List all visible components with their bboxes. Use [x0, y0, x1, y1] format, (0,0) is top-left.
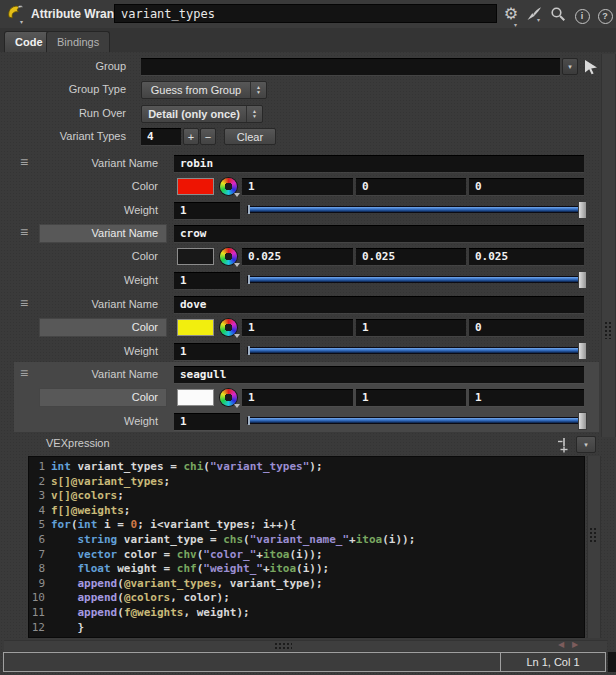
- code-token: chf: [177, 562, 197, 577]
- color-component-field[interactable]: 0.025: [242, 248, 353, 265]
- color-component-field[interactable]: 0: [469, 319, 584, 336]
- weight-slider[interactable]: [247, 417, 586, 424]
- line-number: 1: [29, 460, 45, 475]
- weight-field[interactable]: 1: [174, 343, 240, 360]
- node-name-input[interactable]: variant_types: [114, 4, 497, 23]
- color-component-field[interactable]: 1: [469, 389, 584, 406]
- info-icon[interactable]: i: [573, 5, 591, 23]
- code-line: 6 string variant_type = chs("variant_nam…: [29, 533, 584, 548]
- brush-menu-arrow-icon: ▾: [537, 16, 540, 23]
- remove-variant-button[interactable]: −: [200, 128, 216, 145]
- code-token: [51, 548, 78, 563]
- color-component-field[interactable]: 1: [356, 389, 466, 406]
- tab-bindings[interactable]: Bindings: [46, 31, 110, 52]
- drag-handle-icon[interactable]: ≡: [20, 154, 28, 171]
- grip-icon[interactable]: [604, 321, 613, 339]
- weight-slider[interactable]: [247, 206, 586, 213]
- clear-variants-button[interactable]: Clear: [224, 128, 276, 145]
- color-swatch[interactable]: [177, 389, 214, 406]
- drag-handle-icon[interactable]: ≡: [20, 295, 28, 312]
- drag-handle-icon[interactable]: ≡: [20, 365, 28, 382]
- run-over-dropdown[interactable]: Detail (only once) ▲▼: [141, 105, 263, 123]
- add-variant-button[interactable]: +: [183, 128, 199, 145]
- slider-handle[interactable]: [578, 412, 587, 430]
- grip-icon[interactable]: [274, 642, 292, 650]
- weight-slider[interactable]: [247, 276, 586, 283]
- slider-handle[interactable]: [578, 342, 587, 360]
- scroll-left-icon[interactable]: ◀: [558, 640, 564, 650]
- variant-types-count-field[interactable]: 4: [141, 128, 181, 145]
- group-input[interactable]: [141, 58, 560, 75]
- weight-field[interactable]: 1: [174, 413, 240, 430]
- expand-editor-icon[interactable]: [556, 437, 572, 453]
- color-component-field[interactable]: 1: [242, 319, 353, 336]
- color-component-field[interactable]: 1: [356, 319, 466, 336]
- help-icon[interactable]: ?: [596, 5, 614, 23]
- parameters-vertical-scrollbar[interactable]: [601, 54, 616, 437]
- code-line: 2s[]@variant_types;: [29, 475, 584, 490]
- run-over-label: Run Over: [0, 105, 134, 122]
- grip-icon[interactable]: [589, 527, 598, 543]
- code-token: [51, 591, 78, 606]
- color-component-field[interactable]: 0: [469, 178, 584, 195]
- color-swatch[interactable]: [177, 178, 214, 195]
- node-menu-arrow-icon[interactable]: ▾: [20, 18, 23, 25]
- code-vertical-scrollbar[interactable]: [587, 456, 601, 638]
- code-token: weight =: [111, 562, 177, 577]
- code-token: f@weights: [124, 606, 184, 621]
- drag-handle-icon[interactable]: ≡: [20, 224, 28, 241]
- code-token: append: [78, 606, 118, 621]
- color-component-field[interactable]: 1: [242, 178, 353, 195]
- variant-name-field[interactable]: robin: [174, 155, 584, 172]
- slider-handle[interactable]: [578, 271, 587, 289]
- slider-handle[interactable]: [578, 201, 587, 219]
- color-component-field[interactable]: 1: [242, 389, 353, 406]
- code-token: vector: [78, 548, 118, 563]
- variant-name-field[interactable]: seagull: [174, 366, 584, 383]
- code-token: , variant_type);: [217, 577, 323, 592]
- horizontal-scrollbar[interactable]: [4, 640, 607, 651]
- color-component-field[interactable]: 0.025: [469, 248, 584, 265]
- vexpression-menu-button[interactable]: ▾: [576, 436, 596, 453]
- code-token: variant_types =: [71, 460, 184, 475]
- code-token: , color);: [170, 591, 230, 606]
- color-component-field[interactable]: 0: [356, 178, 466, 195]
- code-token: ;: [164, 475, 171, 490]
- variant-types-label: Variant Types: [0, 128, 134, 145]
- color-wheel-icon[interactable]: [220, 319, 237, 336]
- vex-code-editor[interactable]: 1int variant_types = chi("variant_types"…: [28, 456, 585, 638]
- run-over-value: Detail (only once): [142, 106, 246, 122]
- reselect-pointer-icon[interactable]: [583, 59, 599, 75]
- weight-field[interactable]: 1: [174, 272, 240, 289]
- color-wheel-icon[interactable]: [220, 178, 237, 195]
- variant-name-label: Variant Name: [40, 155, 166, 172]
- code-token: (: [117, 591, 124, 606]
- weight-label: Weight: [40, 272, 166, 289]
- weight-slider[interactable]: [247, 347, 586, 354]
- variant-name-field[interactable]: dove: [174, 296, 584, 313]
- group-type-dropdown[interactable]: Guess from Group ▲▼: [141, 81, 267, 99]
- weight-field[interactable]: 1: [174, 202, 240, 219]
- variant-name-field[interactable]: crow: [174, 225, 584, 242]
- variant-name-label: Variant Name: [40, 296, 166, 313]
- color-wheel-icon[interactable]: [220, 248, 237, 265]
- code-token: itoa: [270, 562, 297, 577]
- search-icon[interactable]: [549, 5, 567, 23]
- code-token: (i));: [289, 548, 322, 563]
- color-swatch[interactable]: [177, 248, 214, 265]
- brush-icon[interactable]: ▾: [525, 5, 543, 23]
- group-menu-button[interactable]: ▾: [562, 58, 578, 75]
- color-wheel-icon[interactable]: [220, 389, 237, 406]
- color-label: Color: [40, 319, 166, 336]
- variant-block-robin: ≡Variant NamerobinColor100Weight1: [0, 152, 616, 222]
- scroll-right-icon[interactable]: ▶: [572, 640, 578, 650]
- code-token: +: [349, 533, 356, 548]
- code-line: 5for(int i = 0; i<variant_types; i++){: [29, 518, 584, 533]
- color-component-field[interactable]: 0.025: [356, 248, 466, 265]
- code-token: color =: [117, 548, 177, 563]
- vexpression-label: VEXpression: [46, 437, 110, 449]
- code-token: chv: [177, 548, 197, 563]
- code-token: for: [51, 518, 71, 533]
- color-swatch[interactable]: [177, 319, 214, 336]
- gear-icon[interactable]: ⚙▾: [502, 5, 520, 23]
